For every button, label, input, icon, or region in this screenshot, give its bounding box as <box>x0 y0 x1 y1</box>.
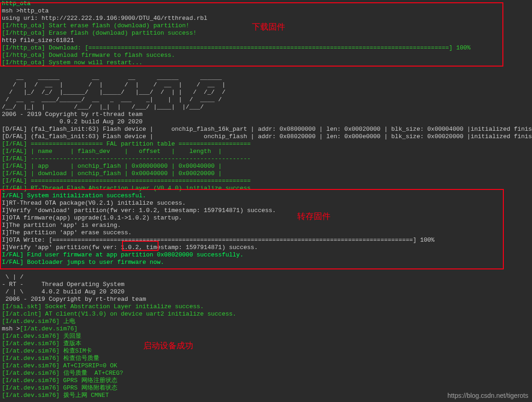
terminal-line: [I/at.clnt] AT client(V1.3.0) on device … <box>2 311 530 318</box>
terminal-line: [I/FAL] --------------------------------… <box>2 155 530 163</box>
terminal-line: [I/at.dev.sim76] 关回显 <box>2 333 530 340</box>
terminal-line: [I/http_ota] Download firmware to flash … <box>2 52 530 59</box>
terminal-line: I]OTA Write: [==========================… <box>2 237 530 244</box>
terminal-line: 2006 - 2019 Copyright by rt-thread team <box>2 296 530 303</box>
terminal-line: [I/http_ota] Erase flash (download) part… <box>2 30 530 37</box>
terminal-line: http_ota <box>2 0 530 7</box>
terminal-line: [I/http_ota] Start erase flash (download… <box>2 22 530 30</box>
terminal-line: [I/at.dev.sim76] AT+CIPSRIP=0 OK <box>2 362 530 370</box>
terminal-line: [I/sal.skt] Socket Abstraction Layer ini… <box>2 303 530 311</box>
terminal-line: http file_size:61821 <box>2 37 530 44</box>
terminal-line: [I/at.dev.sim76] 检查SIM卡 <box>2 347 530 355</box>
terminal-line: msh >http_ota <box>2 7 530 15</box>
terminal-line: [I/FAL] RT-Thread Flash Abstraction Laye… <box>2 185 530 192</box>
terminal-line: I]The partition 'app' is erasing. <box>2 222 530 229</box>
terminal-line: I]Verify 'download' partition(fw ver: 1.… <box>2 207 530 214</box>
terminal-line: [D/FAL] (fal_flash_init:63) Flash device… <box>2 126 530 133</box>
terminal-line: [I/at.dev.sim76] GPRS 网络注册状态 <box>2 377 530 384</box>
terminal-line: [I/FAL] ================================… <box>2 177 530 185</box>
terminal-line: - RT - Thread Operating System <box>2 281 530 288</box>
terminal-line: I]Verify 'app' partition(fw ver: 1.0.2, … <box>2 244 530 251</box>
terminal-line: [I/FAL] | name | flash_dev | offset | le… <box>2 148 530 155</box>
terminal-line: \ | / <box>2 274 530 281</box>
terminal-line: [I/FAL] | download | onchip_flash | 0x00… <box>2 170 530 177</box>
terminal-line <box>2 67 530 74</box>
terminal-line: 2006 - 2019 Copyright by rt-thread team <box>2 111 530 118</box>
terminal-line: I]RT-Thread OTA package(V0.2.1) initiali… <box>2 200 530 207</box>
terminal-line: [I/at.dev.sim76] 上电 <box>2 318 530 325</box>
terminal-line: [I/FAL] | app | onchip_flash | 0x0000000… <box>2 163 530 170</box>
terminal-line: I/FAL] Bootloader jumps to user firmware… <box>2 259 530 266</box>
terminal-output: http_otamsh >http_otausing uri: http://2… <box>0 0 532 402</box>
terminal-line: I]The partition 'app' erase success. <box>2 229 530 237</box>
terminal-line: / __ _ ____/______/ __ _ ___ _| | | / __… <box>2 96 530 104</box>
terminal-line: [I/at.dev.sim76] GPRS 网络附着状态 <box>2 384 530 392</box>
terminal-line: [I/at.dev.sim76] 查版本 <box>2 340 530 347</box>
terminal-line: __ ______ __ __ ______ ______ <box>2 74 530 81</box>
terminal-line: [I/at.dev.sim76] 检查信号质量 <box>2 355 530 362</box>
terminal-line: [I/FAL] ==================== FAL partiti… <box>2 140 530 148</box>
terminal-line: msh >[I/at.dev.sim76] <box>2 325 530 333</box>
terminal-line: I]OTA firmware(app) upgrade(1.0.1->1.0.2… <box>2 214 530 222</box>
terminal-line: [I/at.dev.sim76] 信号质量 AT+CREG? <box>2 370 530 377</box>
watermark: https://blog.csdn.net/tigerots <box>447 392 528 399</box>
terminal-line: / | / __ | / | / | / __ | / __ | <box>2 81 530 89</box>
terminal-line: / |_/ /_/ |______/ |_____/ |___/ / | | /… <box>2 89 530 96</box>
terminal-line: [I/http_ota] System now will restart... <box>2 59 530 67</box>
terminal-line: I/FAL] Find user firmware at app partiti… <box>2 251 530 259</box>
terminal-line: [I/http_ota] Download: [================… <box>2 44 530 52</box>
terminal-line: 0.9.2 build Aug 20 2020 <box>2 118 530 126</box>
terminal-line: / | \ 4.0.2 build Aug 20 2020 <box>2 288 530 296</box>
terminal-line: I/FAL] System initialization successful. <box>2 192 530 200</box>
terminal-line <box>2 266 530 274</box>
terminal-line: [D/FAL] (fal_flash_init:63) Flash device… <box>2 133 530 140</box>
terminal-line: using uri: http://222.222.19.106:9000/DT… <box>2 15 530 22</box>
terminal-line: /__/ |_| | /___/ |_| | /___/ |____| |/__… <box>2 104 530 111</box>
